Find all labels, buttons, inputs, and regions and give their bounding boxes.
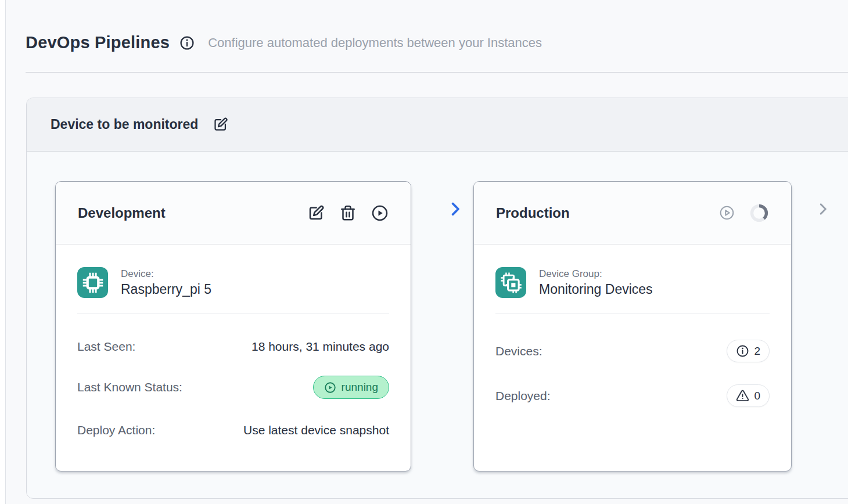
last-known-status-label: Last Known Status: bbox=[77, 380, 182, 394]
device-group-name: Monitoring Devices bbox=[539, 282, 653, 297]
device-group-row: Device Group: Monitoring Devices bbox=[495, 267, 770, 298]
card-divider bbox=[77, 314, 389, 314]
deploy-action-row: Deploy Action: Use latest device snapsho… bbox=[77, 423, 389, 437]
page-header: DevOps Pipelines Configure automated dep… bbox=[26, 33, 542, 52]
production-title: Production bbox=[496, 205, 570, 221]
header-divider bbox=[26, 72, 848, 73]
status-badge: running bbox=[313, 376, 389, 399]
development-title: Development bbox=[78, 205, 166, 221]
deployed-count-badge[interactable]: 0 bbox=[727, 384, 770, 407]
development-card-body: Device: Raspberry_pi 5 Last Seen: 18 hou… bbox=[56, 267, 411, 437]
last-known-status-row: Last Known Status: running bbox=[77, 376, 389, 399]
device-group-chip-icon bbox=[495, 267, 526, 298]
edit-instance-icon[interactable] bbox=[307, 204, 325, 222]
devices-count: 2 bbox=[754, 345, 760, 358]
devices-count-badge[interactable]: 2 bbox=[727, 340, 770, 362]
production-card-header: Production bbox=[474, 182, 791, 244]
devices-label: Devices: bbox=[495, 344, 542, 358]
deployed-label: Deployed: bbox=[495, 389, 551, 403]
pipeline-panel-body: Development bbox=[27, 152, 848, 499]
deploy-action-value: Use latest device snapshot bbox=[243, 423, 389, 437]
device-row: Device: Raspberry_pi 5 bbox=[77, 267, 389, 298]
run-pipeline-disabled-icon bbox=[719, 205, 735, 221]
deployed-row: Deployed: 0 bbox=[495, 384, 770, 407]
card-divider bbox=[495, 314, 770, 314]
devices-row: Devices: 2 bbox=[495, 340, 770, 362]
device-label: Device: bbox=[121, 268, 211, 280]
pipeline-panel-header: Device to be monitored bbox=[27, 98, 848, 152]
deploy-action-label: Deploy Action: bbox=[77, 423, 155, 437]
page-title: DevOps Pipelines bbox=[26, 33, 170, 52]
edit-pipeline-icon[interactable] bbox=[213, 117, 228, 132]
run-pipeline-icon[interactable] bbox=[371, 204, 389, 222]
production-actions bbox=[719, 203, 769, 223]
development-card-header: Development bbox=[56, 182, 411, 244]
development-actions bbox=[307, 204, 389, 222]
last-seen-label: Last Seen: bbox=[77, 340, 135, 354]
device-info: Device: Raspberry_pi 5 bbox=[121, 268, 211, 297]
production-instance-card: Production bbox=[473, 181, 792, 471]
development-instance-card: Development bbox=[55, 181, 411, 471]
deployed-count: 0 bbox=[754, 390, 760, 402]
device-group-info: Device Group: Monitoring Devices bbox=[539, 268, 653, 297]
last-seen-row: Last Seen: 18 hours, 31 minutes ago bbox=[77, 340, 389, 354]
device-name: Raspberry_pi 5 bbox=[121, 282, 211, 297]
pipeline-flow-chevron-icon bbox=[447, 200, 464, 218]
next-stage-chevron-icon[interactable] bbox=[814, 200, 832, 218]
device-group-label: Device Group: bbox=[539, 268, 653, 280]
pipeline-title: Device to be monitored bbox=[51, 117, 198, 132]
pipeline-panel: Device to be monitored Development bbox=[26, 98, 848, 499]
production-card-body: Device Group: Monitoring Devices Devices… bbox=[474, 267, 791, 407]
last-seen-value: 18 hours, 31 minutes ago bbox=[251, 340, 389, 354]
page-subtitle: Configure automated deployments between … bbox=[208, 35, 542, 51]
status-badge-label: running bbox=[342, 381, 378, 394]
device-chip-icon bbox=[77, 267, 108, 298]
loading-spinner-icon bbox=[749, 203, 769, 223]
delete-instance-icon[interactable] bbox=[339, 204, 357, 222]
info-icon[interactable] bbox=[179, 35, 195, 51]
